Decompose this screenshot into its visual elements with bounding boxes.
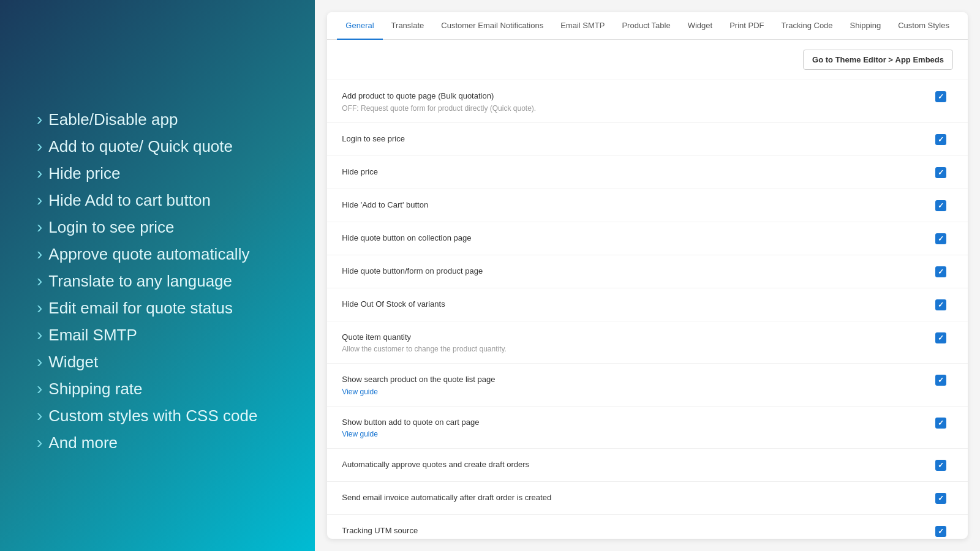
setting-label-col: Automatically approve quotes and create … — [342, 459, 929, 471]
left-panel: Eable/Disable appAdd to quote/ Quick quo… — [0, 0, 315, 551]
tab-print-pdf[interactable]: Print PDF — [721, 12, 772, 40]
setting-label: Show search product on the quote list pa… — [342, 373, 929, 386]
settings-row: Hide price — [327, 156, 968, 189]
feature-item: Translate to any language — [37, 271, 278, 291]
settings-row: Hide Out Of Stock of variants — [327, 288, 968, 321]
tabs-bar: GeneralTranslateCustomer Email Notificat… — [327, 12, 968, 40]
checkbox[interactable] — [935, 526, 946, 537]
setting-label-col: Login to see price — [342, 133, 929, 145]
feature-item: Eable/Disable app — [37, 110, 278, 129]
setting-control — [929, 459, 953, 471]
setting-control — [929, 90, 953, 102]
feature-item: Hide Add to cart button — [37, 190, 278, 210]
checkbox[interactable] — [935, 91, 946, 102]
checkbox[interactable] — [935, 375, 946, 386]
settings-card: GeneralTranslateCustomer Email Notificat… — [327, 12, 968, 539]
settings-row: Hide 'Add to Cart' button — [327, 189, 968, 222]
feature-item: Login to see price — [37, 217, 278, 237]
checkbox[interactable] — [935, 493, 946, 504]
tab-shipping[interactable]: Shipping — [842, 12, 890, 40]
settings-row: Automatically approve quotes and create … — [327, 449, 968, 482]
setting-label: Hide 'Add to Cart' button — [342, 199, 929, 211]
feature-item: Widget — [37, 352, 278, 372]
setting-control — [929, 525, 953, 537]
setting-control — [929, 166, 953, 178]
setting-label: Hide quote button on collection page — [342, 232, 929, 244]
checkbox[interactable] — [935, 200, 946, 211]
setting-label-col: Show search product on the quote list pa… — [342, 373, 929, 396]
setting-control — [929, 199, 953, 211]
settings-row: Quote item quantityAllow the customer to… — [327, 321, 968, 364]
setting-label: Quote item quantity — [342, 331, 929, 343]
setting-control — [929, 331, 953, 343]
setting-label-col: Send email invoice automatically after d… — [342, 492, 929, 504]
theme-editor-btn-text: Go to Theme Editor > — [812, 55, 895, 64]
checkbox[interactable] — [935, 460, 946, 471]
right-panel: GeneralTranslateCustomer Email Notificat… — [315, 0, 980, 551]
tab-translate[interactable]: Translate — [383, 12, 433, 40]
checkbox[interactable] — [935, 134, 946, 145]
setting-label: Automatically approve quotes and create … — [342, 459, 929, 471]
tab-email-smtp[interactable]: Email SMTP — [552, 12, 613, 40]
tab-custom-styles[interactable]: Custom Styles — [889, 12, 958, 40]
settings-row: Hide quote button/form on product page — [327, 255, 968, 288]
setting-control — [929, 232, 953, 244]
tab-widget[interactable]: Widget — [679, 12, 721, 40]
tab-general[interactable]: General — [337, 12, 382, 40]
setting-control — [929, 133, 953, 145]
setting-control — [929, 416, 953, 429]
feature-item: And more — [37, 433, 278, 452]
tab-product-table[interactable]: Product Table — [613, 12, 679, 40]
feature-item: Shipping rate — [37, 379, 278, 399]
feature-item: Email SMTP — [37, 325, 278, 345]
setting-label: Add product to quote page (Bulk quotatio… — [342, 90, 929, 102]
setting-label: Hide quote button/form on product page — [342, 265, 929, 277]
feature-item: Hide price — [37, 163, 278, 183]
feature-item: Add to quote/ Quick quote — [37, 137, 278, 156]
enable-app-row: Go to Theme Editor > App Embeds — [327, 40, 968, 80]
setting-label-col: Quote item quantityAllow the customer to… — [342, 331, 929, 354]
setting-label: Login to see price — [342, 133, 929, 145]
tab-customer-email-notifications[interactable]: Customer Email Notifications — [432, 12, 552, 40]
checkbox[interactable] — [935, 233, 946, 244]
setting-label: Tracking UTM source — [342, 525, 929, 537]
settings-row: Show search product on the quote list pa… — [327, 364, 968, 407]
setting-desc: Allow the customer to change the product… — [342, 345, 929, 353]
settings-row: Tracking UTM source — [327, 515, 968, 539]
setting-label-col: Add product to quote page (Bulk quotatio… — [342, 90, 929, 113]
feature-item: Edit email for quote status — [37, 298, 278, 318]
setting-link[interactable]: View guide — [342, 388, 929, 396]
settings-rows: Add product to quote page (Bulk quotatio… — [327, 80, 968, 539]
setting-label: Hide Out Of Stock of variants — [342, 298, 929, 310]
setting-label-col: Hide price — [342, 166, 929, 178]
setting-label: Show button add to quote on cart page — [342, 416, 929, 429]
setting-label-col: Tracking UTM source — [342, 525, 929, 537]
setting-label: Send email invoice automatically after d… — [342, 492, 929, 504]
settings-row: Show button add to quote on cart pageVie… — [327, 407, 968, 449]
setting-label-col: Hide quote button/form on product page — [342, 265, 929, 277]
setting-label-col: Show button add to quote on cart pageVie… — [342, 416, 929, 439]
settings-row: Add product to quote page (Bulk quotatio… — [327, 80, 968, 123]
checkbox[interactable] — [935, 332, 946, 343]
setting-label: Hide price — [342, 166, 929, 178]
theme-editor-button[interactable]: Go to Theme Editor > App Embeds — [803, 50, 953, 70]
tab-tracking-code[interactable]: Tracking Code — [773, 12, 842, 40]
setting-link[interactable]: View guide — [342, 430, 929, 438]
feature-list: Eable/Disable appAdd to quote/ Quick quo… — [37, 110, 278, 460]
setting-control — [929, 265, 953, 277]
setting-label-col: Hide Out Of Stock of variants — [342, 298, 929, 310]
settings-content[interactable]: Go to Theme Editor > App Embeds Add prod… — [327, 40, 968, 539]
settings-row: Send email invoice automatically after d… — [327, 482, 968, 515]
setting-control — [929, 492, 953, 504]
setting-desc: OFF: Request quote form for product dire… — [342, 104, 929, 113]
feature-item: Approve quote automatically — [37, 244, 278, 264]
setting-label-col: Hide 'Add to Cart' button — [342, 199, 929, 211]
checkbox[interactable] — [935, 266, 946, 277]
checkbox[interactable] — [935, 299, 946, 310]
setting-control — [929, 298, 953, 310]
checkbox[interactable] — [935, 418, 946, 429]
feature-item: Custom styles with CSS code — [37, 406, 278, 425]
theme-editor-btn-bold: App Embeds — [895, 55, 944, 64]
checkbox[interactable] — [935, 167, 946, 178]
settings-row: Hide quote button on collection page — [327, 222, 968, 255]
